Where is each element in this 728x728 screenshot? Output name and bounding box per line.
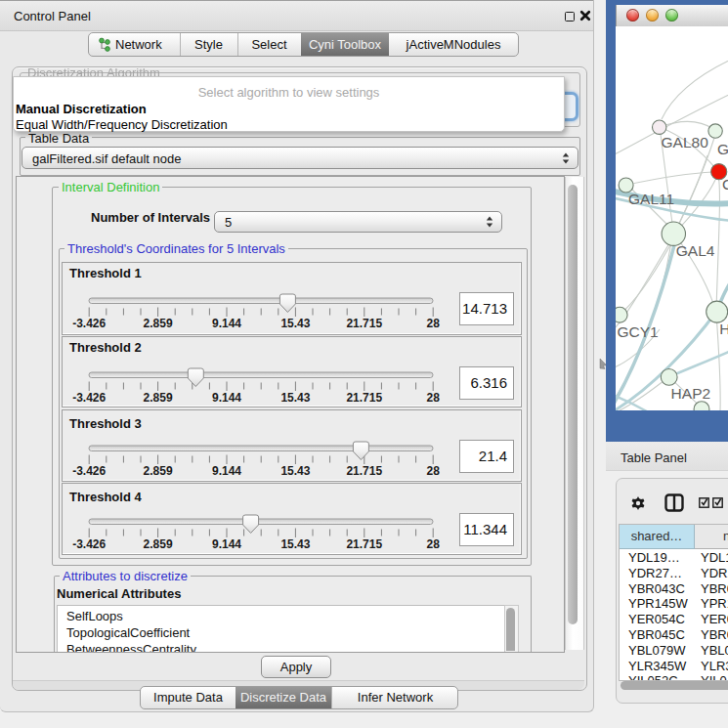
svg-text:2.859: 2.859 <box>144 464 173 478</box>
svg-text:2.859: 2.859 <box>144 317 173 330</box>
svg-text:28: 28 <box>427 537 441 551</box>
svg-text:21.715: 21.715 <box>346 391 382 405</box>
svg-text:C: C <box>722 176 728 193</box>
svg-text:GAL11: GAL11 <box>628 191 674 207</box>
svg-text:H: H <box>719 321 728 337</box>
svg-text:15.43: 15.43 <box>280 537 310 551</box>
svg-text:2.859: 2.859 <box>144 537 173 551</box>
svg-text:9.144: 9.144 <box>212 317 241 330</box>
svg-text:-3.426: -3.426 <box>72 464 106 478</box>
svg-text:15.43: 15.43 <box>280 317 310 330</box>
svg-text:9.144: 9.144 <box>212 391 241 405</box>
svg-text:GAL4: GAL4 <box>676 242 715 259</box>
svg-text:9.144: 9.144 <box>212 537 241 551</box>
svg-text:21.715: 21.715 <box>346 537 382 551</box>
svg-text:28: 28 <box>427 317 441 330</box>
svg-text:GA: GA <box>717 141 728 157</box>
svg-text:21.715: 21.715 <box>346 317 382 330</box>
svg-text:21.715: 21.715 <box>346 464 382 478</box>
svg-text:15.43: 15.43 <box>280 391 310 405</box>
svg-text:28: 28 <box>427 391 441 405</box>
svg-text:-3.426: -3.426 <box>72 537 106 551</box>
svg-text:-3.426: -3.426 <box>72 317 106 330</box>
svg-text:GCY1: GCY1 <box>618 323 659 340</box>
svg-text:2.859: 2.859 <box>144 391 173 405</box>
svg-text:HAP2: HAP2 <box>671 385 711 402</box>
svg-text:-3.426: -3.426 <box>72 391 106 405</box>
svg-text:15.43: 15.43 <box>280 464 310 478</box>
svg-text:28: 28 <box>427 464 441 478</box>
svg-text:GAL80: GAL80 <box>662 134 709 150</box>
svg-text:9.144: 9.144 <box>212 464 241 478</box>
